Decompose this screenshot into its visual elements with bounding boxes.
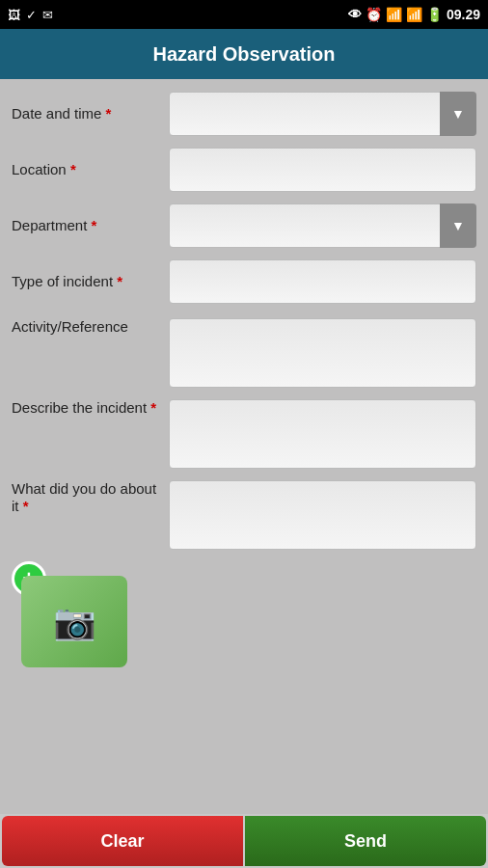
wifi-icon: 📶 [386,7,402,22]
add-photo-button[interactable]: + 📷 [12,561,127,667]
page-title: Hazard Observation [153,43,336,66]
date-time-row: Date and time * [12,89,476,139]
status-bar: 🖼 ✓ ✉ 👁 ⏰ 📶 📶 🔋 09.29 [0,0,488,29]
clear-button[interactable]: Clear [2,816,243,866]
network-icon: 📶 [406,7,422,22]
status-bar-left-icons: 🖼 ✓ ✉ [8,8,53,22]
what-did-you-do-label: What did you do about it * [12,480,161,515]
type-incident-label: Type of incident * [12,273,161,290]
photo-bg: 📷 [21,576,127,667]
activity-reference-textarea[interactable] [169,318,476,388]
mail-status-icon: ✉ [42,8,53,22]
bottom-buttons: Clear Send [0,814,488,868]
date-time-select-wrapper[interactable] [169,92,476,136]
type-incident-row: Type of incident * [12,257,476,307]
status-bar-right: 👁 ⏰ 📶 📶 🔋 09.29 [348,7,480,22]
signal-icon: 👁 [348,7,362,22]
describe-incident-label: Describe the incident * [12,399,161,417]
app-header: Hazard Observation [0,29,488,79]
check-status-icon: ✓ [26,8,37,22]
activity-reference-row: Activity/Reference [12,312,476,388]
photo-area: + 📷 [12,556,476,673]
type-incident-required: * [117,273,122,289]
alarm-icon: ⏰ [366,7,382,22]
location-input[interactable] [169,148,476,192]
what-did-you-do-row: What did you do about it * [12,475,476,550]
describe-incident-required: * [150,399,156,416]
date-time-select[interactable] [169,92,476,136]
location-required: * [70,161,76,177]
form-area: Date and time * Location * Department * [0,79,488,814]
date-time-required: * [106,105,112,122]
describe-incident-row: Describe the incident * [12,393,476,469]
camera-icon: 📷 [53,602,96,642]
activity-reference-label: Activity/Reference [12,318,161,336]
date-time-label: Date and time * [12,105,161,122]
type-incident-input[interactable] [169,259,476,304]
time-display: 09.29 [447,7,480,22]
department-required: * [92,217,97,233]
department-select[interactable] [169,203,476,248]
location-row: Location * [12,145,476,195]
battery-icon: 🔋 [426,7,443,22]
location-label: Location * [12,161,161,178]
send-button[interactable]: Send [245,816,486,866]
department-label: Department * [12,217,161,234]
department-select-wrapper[interactable] [169,203,476,248]
what-did-you-do-required: * [23,498,29,514]
what-did-you-do-textarea[interactable] [169,480,476,550]
department-row: Department * [12,201,476,251]
photo-status-icon: 🖼 [8,8,20,22]
describe-incident-textarea[interactable] [169,399,476,469]
